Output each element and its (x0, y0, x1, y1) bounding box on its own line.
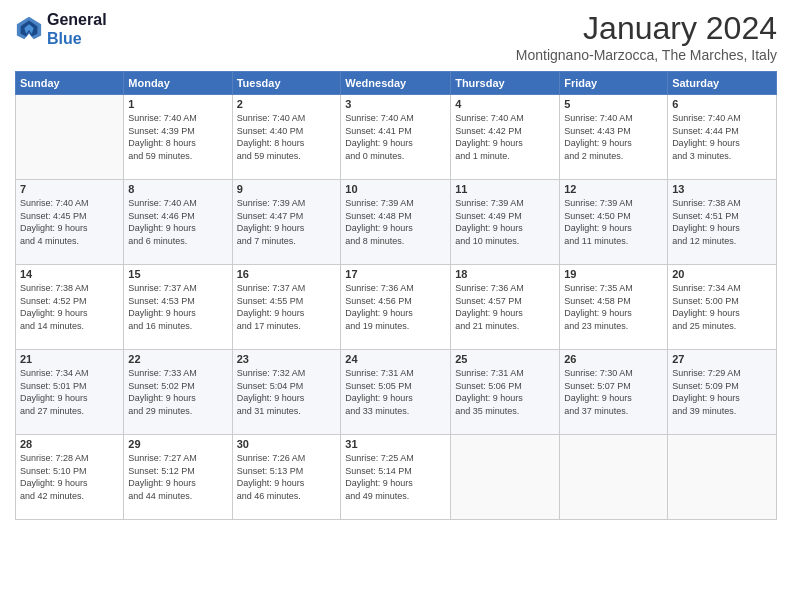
day-info: Sunrise: 7:38 AM Sunset: 4:51 PM Dayligh… (672, 197, 772, 247)
day-number: 4 (455, 98, 555, 110)
calendar-cell: 30Sunrise: 7:26 AM Sunset: 5:13 PM Dayli… (232, 435, 341, 520)
calendar-table: SundayMondayTuesdayWednesdayThursdayFrid… (15, 71, 777, 520)
location-title: Montignano-Marzocca, The Marches, Italy (516, 47, 777, 63)
day-info: Sunrise: 7:32 AM Sunset: 5:04 PM Dayligh… (237, 367, 337, 417)
calendar-cell: 25Sunrise: 7:31 AM Sunset: 5:06 PM Dayli… (451, 350, 560, 435)
col-header-saturday: Saturday (668, 72, 777, 95)
calendar-cell: 10Sunrise: 7:39 AM Sunset: 4:48 PM Dayli… (341, 180, 451, 265)
day-number: 14 (20, 268, 119, 280)
day-number: 2 (237, 98, 337, 110)
day-number: 21 (20, 353, 119, 365)
day-number: 18 (455, 268, 555, 280)
day-info: Sunrise: 7:40 AM Sunset: 4:45 PM Dayligh… (20, 197, 119, 247)
calendar-cell: 3Sunrise: 7:40 AM Sunset: 4:41 PM Daylig… (341, 95, 451, 180)
logo: General Blue (15, 10, 107, 48)
calendar-cell: 7Sunrise: 7:40 AM Sunset: 4:45 PM Daylig… (16, 180, 124, 265)
calendar-cell: 20Sunrise: 7:34 AM Sunset: 5:00 PM Dayli… (668, 265, 777, 350)
day-number: 8 (128, 183, 227, 195)
day-info: Sunrise: 7:40 AM Sunset: 4:46 PM Dayligh… (128, 197, 227, 247)
day-info: Sunrise: 7:34 AM Sunset: 5:00 PM Dayligh… (672, 282, 772, 332)
day-info: Sunrise: 7:40 AM Sunset: 4:39 PM Dayligh… (128, 112, 227, 162)
day-info: Sunrise: 7:36 AM Sunset: 4:56 PM Dayligh… (345, 282, 446, 332)
calendar-cell: 31Sunrise: 7:25 AM Sunset: 5:14 PM Dayli… (341, 435, 451, 520)
day-info: Sunrise: 7:31 AM Sunset: 5:06 PM Dayligh… (455, 367, 555, 417)
day-info: Sunrise: 7:39 AM Sunset: 4:48 PM Dayligh… (345, 197, 446, 247)
calendar-cell: 21Sunrise: 7:34 AM Sunset: 5:01 PM Dayli… (16, 350, 124, 435)
day-info: Sunrise: 7:37 AM Sunset: 4:55 PM Dayligh… (237, 282, 337, 332)
day-info: Sunrise: 7:35 AM Sunset: 4:58 PM Dayligh… (564, 282, 663, 332)
calendar-cell: 19Sunrise: 7:35 AM Sunset: 4:58 PM Dayli… (560, 265, 668, 350)
logo-icon (15, 15, 43, 43)
day-number: 16 (237, 268, 337, 280)
logo-text: General Blue (47, 10, 107, 48)
day-info: Sunrise: 7:34 AM Sunset: 5:01 PM Dayligh… (20, 367, 119, 417)
day-number: 1 (128, 98, 227, 110)
day-info: Sunrise: 7:36 AM Sunset: 4:57 PM Dayligh… (455, 282, 555, 332)
calendar-cell: 28Sunrise: 7:28 AM Sunset: 5:10 PM Dayli… (16, 435, 124, 520)
col-header-thursday: Thursday (451, 72, 560, 95)
calendar-week-row: 14Sunrise: 7:38 AM Sunset: 4:52 PM Dayli… (16, 265, 777, 350)
calendar-cell: 13Sunrise: 7:38 AM Sunset: 4:51 PM Dayli… (668, 180, 777, 265)
col-header-friday: Friday (560, 72, 668, 95)
day-info: Sunrise: 7:31 AM Sunset: 5:05 PM Dayligh… (345, 367, 446, 417)
day-number: 5 (564, 98, 663, 110)
day-number: 15 (128, 268, 227, 280)
day-info: Sunrise: 7:40 AM Sunset: 4:41 PM Dayligh… (345, 112, 446, 162)
calendar-cell: 12Sunrise: 7:39 AM Sunset: 4:50 PM Dayli… (560, 180, 668, 265)
month-title: January 2024 (516, 10, 777, 47)
calendar-cell: 4Sunrise: 7:40 AM Sunset: 4:42 PM Daylig… (451, 95, 560, 180)
calendar-cell: 15Sunrise: 7:37 AM Sunset: 4:53 PM Dayli… (124, 265, 232, 350)
calendar-cell: 17Sunrise: 7:36 AM Sunset: 4:56 PM Dayli… (341, 265, 451, 350)
header: General Blue January 2024 Montignano-Mar… (15, 10, 777, 63)
calendar-cell: 11Sunrise: 7:39 AM Sunset: 4:49 PM Dayli… (451, 180, 560, 265)
day-number: 7 (20, 183, 119, 195)
day-number: 6 (672, 98, 772, 110)
calendar-cell (560, 435, 668, 520)
calendar-cell: 29Sunrise: 7:27 AM Sunset: 5:12 PM Dayli… (124, 435, 232, 520)
calendar-cell: 26Sunrise: 7:30 AM Sunset: 5:07 PM Dayli… (560, 350, 668, 435)
col-header-sunday: Sunday (16, 72, 124, 95)
day-number: 13 (672, 183, 772, 195)
calendar-cell: 9Sunrise: 7:39 AM Sunset: 4:47 PM Daylig… (232, 180, 341, 265)
calendar-cell: 14Sunrise: 7:38 AM Sunset: 4:52 PM Dayli… (16, 265, 124, 350)
calendar-cell (16, 95, 124, 180)
day-number: 23 (237, 353, 337, 365)
calendar-cell: 5Sunrise: 7:40 AM Sunset: 4:43 PM Daylig… (560, 95, 668, 180)
day-number: 9 (237, 183, 337, 195)
col-header-wednesday: Wednesday (341, 72, 451, 95)
day-info: Sunrise: 7:40 AM Sunset: 4:42 PM Dayligh… (455, 112, 555, 162)
day-info: Sunrise: 7:38 AM Sunset: 4:52 PM Dayligh… (20, 282, 119, 332)
calendar-cell (668, 435, 777, 520)
calendar-cell (451, 435, 560, 520)
day-info: Sunrise: 7:39 AM Sunset: 4:50 PM Dayligh… (564, 197, 663, 247)
day-info: Sunrise: 7:28 AM Sunset: 5:10 PM Dayligh… (20, 452, 119, 502)
day-info: Sunrise: 7:26 AM Sunset: 5:13 PM Dayligh… (237, 452, 337, 502)
day-info: Sunrise: 7:39 AM Sunset: 4:49 PM Dayligh… (455, 197, 555, 247)
day-info: Sunrise: 7:30 AM Sunset: 5:07 PM Dayligh… (564, 367, 663, 417)
page: General Blue January 2024 Montignano-Mar… (0, 0, 792, 612)
day-number: 26 (564, 353, 663, 365)
day-info: Sunrise: 7:40 AM Sunset: 4:44 PM Dayligh… (672, 112, 772, 162)
col-header-tuesday: Tuesday (232, 72, 341, 95)
calendar-cell: 27Sunrise: 7:29 AM Sunset: 5:09 PM Dayli… (668, 350, 777, 435)
day-number: 24 (345, 353, 446, 365)
day-number: 27 (672, 353, 772, 365)
day-number: 17 (345, 268, 446, 280)
day-number: 31 (345, 438, 446, 450)
day-number: 28 (20, 438, 119, 450)
day-info: Sunrise: 7:27 AM Sunset: 5:12 PM Dayligh… (128, 452, 227, 502)
calendar-header-row: SundayMondayTuesdayWednesdayThursdayFrid… (16, 72, 777, 95)
calendar-week-row: 7Sunrise: 7:40 AM Sunset: 4:45 PM Daylig… (16, 180, 777, 265)
calendar-cell: 16Sunrise: 7:37 AM Sunset: 4:55 PM Dayli… (232, 265, 341, 350)
calendar-cell: 2Sunrise: 7:40 AM Sunset: 4:40 PM Daylig… (232, 95, 341, 180)
day-info: Sunrise: 7:40 AM Sunset: 4:40 PM Dayligh… (237, 112, 337, 162)
day-info: Sunrise: 7:40 AM Sunset: 4:43 PM Dayligh… (564, 112, 663, 162)
day-info: Sunrise: 7:25 AM Sunset: 5:14 PM Dayligh… (345, 452, 446, 502)
calendar-cell: 23Sunrise: 7:32 AM Sunset: 5:04 PM Dayli… (232, 350, 341, 435)
day-info: Sunrise: 7:37 AM Sunset: 4:53 PM Dayligh… (128, 282, 227, 332)
calendar-week-row: 21Sunrise: 7:34 AM Sunset: 5:01 PM Dayli… (16, 350, 777, 435)
calendar-week-row: 1Sunrise: 7:40 AM Sunset: 4:39 PM Daylig… (16, 95, 777, 180)
day-number: 20 (672, 268, 772, 280)
calendar-cell: 18Sunrise: 7:36 AM Sunset: 4:57 PM Dayli… (451, 265, 560, 350)
logo-general: General (47, 11, 107, 28)
